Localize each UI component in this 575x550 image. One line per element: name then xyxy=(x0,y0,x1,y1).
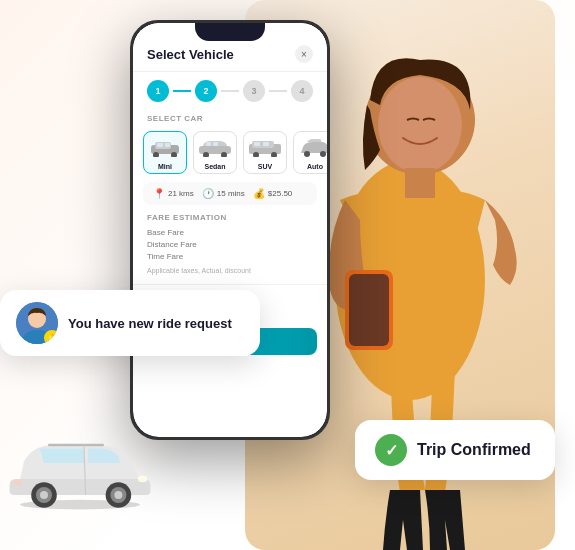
svg-point-23 xyxy=(304,151,310,157)
step-line-3 xyxy=(269,90,287,92)
car-mini[interactable]: Mini xyxy=(143,131,187,174)
time-value: 15 mins xyxy=(217,189,245,198)
clock-icon: 🕐 xyxy=(202,188,214,199)
svg-rect-16 xyxy=(213,142,218,146)
car-auto[interactable]: Auto xyxy=(293,131,327,174)
notification-text: You have new ride request xyxy=(68,316,232,331)
steps-bar: 1 2 3 4 xyxy=(133,72,327,110)
step-1[interactable]: 1 xyxy=(147,80,169,102)
svg-point-29 xyxy=(40,491,48,499)
notif-avatar: 🔔 xyxy=(16,302,58,344)
phone-screen: Select Vehicle × 1 2 3 4 SELECT CAR xyxy=(133,23,327,437)
sedan-car-icon xyxy=(197,137,233,157)
distance-value: 21 kms xyxy=(168,189,194,198)
fare-title: FARE ESTIMATION xyxy=(147,213,313,222)
fare-row-distance: Distance Fare xyxy=(147,238,313,250)
notification-card: 🔔 You have new ride request xyxy=(0,290,260,356)
white-car-svg xyxy=(0,426,160,516)
svg-point-24 xyxy=(320,151,326,157)
app-title: Select Vehicle xyxy=(147,47,234,62)
svg-point-34 xyxy=(14,481,22,486)
auto-car-icon xyxy=(297,137,327,157)
car-image xyxy=(0,426,160,520)
step-line-1 xyxy=(173,90,191,92)
svg-point-33 xyxy=(138,476,148,482)
step-line-2 xyxy=(221,90,239,92)
base-fare-label: Base Fare xyxy=(147,228,184,237)
suv-car-name: SUV xyxy=(247,163,283,170)
phone-notch xyxy=(195,23,265,41)
check-icon: ✓ xyxy=(385,441,398,460)
notification-bell: 🔔 xyxy=(44,330,58,344)
svg-rect-3 xyxy=(405,168,435,198)
svg-rect-11 xyxy=(165,143,170,147)
car-suv[interactable]: SUV xyxy=(243,131,287,174)
trip-confirmed-text: Trip Confirmed xyxy=(417,441,531,459)
suv-car-icon xyxy=(247,137,283,157)
fare-row-base: Base Fare xyxy=(147,226,313,238)
price-value: $25.50 xyxy=(268,189,292,198)
fare-section: FARE ESTIMATION Base Fare Distance Fare … xyxy=(133,209,327,284)
svg-rect-5 xyxy=(349,274,389,346)
time-stat: 🕐 15 mins xyxy=(202,188,245,199)
svg-point-2 xyxy=(378,77,462,173)
phone-mockup: Select Vehicle × 1 2 3 4 SELECT CAR xyxy=(130,20,330,440)
car-options: Mini Sedan xyxy=(133,127,327,178)
svg-rect-22 xyxy=(263,142,269,146)
money-icon: 💰 xyxy=(253,188,265,199)
distance-fare-label: Distance Fare xyxy=(147,240,197,249)
car-sedan[interactable]: Sedan xyxy=(193,131,237,174)
fare-description: Applicable taxes, Actual, discount xyxy=(147,262,313,280)
trip-confirmed-card: ✓ Trip Confirmed xyxy=(355,420,555,480)
price-stat: 💰 $25.50 xyxy=(253,188,292,199)
distance-icon: 📍 xyxy=(153,188,165,199)
auto-car-name: Auto xyxy=(297,163,327,170)
mini-car-icon xyxy=(147,137,183,157)
distance-stat: 📍 21 kms xyxy=(153,188,194,199)
step-4[interactable]: 4 xyxy=(291,80,313,102)
svg-rect-10 xyxy=(157,143,163,147)
svg-rect-15 xyxy=(206,142,211,146)
step-2[interactable]: 2 xyxy=(195,80,217,102)
sedan-car-name: Sedan xyxy=(197,163,233,170)
close-icon: × xyxy=(301,49,307,60)
svg-rect-21 xyxy=(254,142,260,146)
select-car-label: SELECT CAR xyxy=(133,110,327,127)
mini-car-name: Mini xyxy=(147,163,183,170)
trip-stats: 📍 21 kms 🕐 15 mins 💰 $25.50 xyxy=(143,182,317,205)
check-circle: ✓ xyxy=(375,434,407,466)
svg-point-32 xyxy=(114,491,122,499)
time-fare-label: Time Fare xyxy=(147,252,183,261)
svg-rect-35 xyxy=(48,444,104,446)
fare-row-time: Time Fare xyxy=(147,250,313,262)
close-button[interactable]: × xyxy=(295,45,313,63)
svg-rect-12 xyxy=(199,146,231,154)
step-3[interactable]: 3 xyxy=(243,80,265,102)
